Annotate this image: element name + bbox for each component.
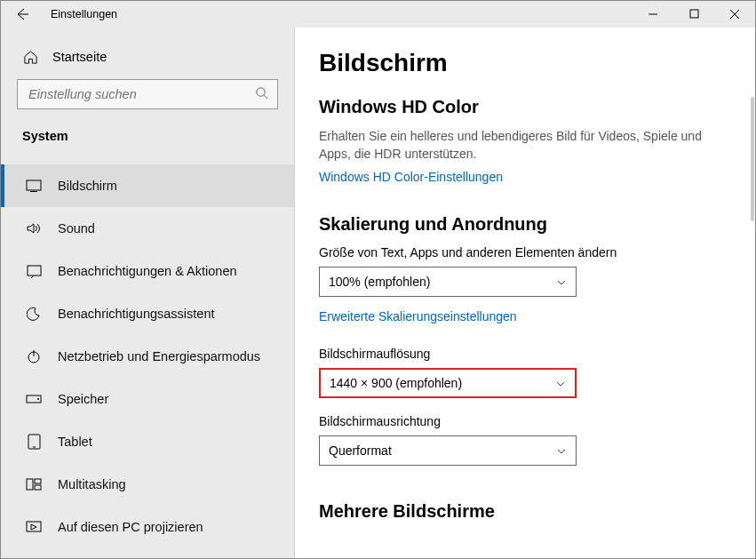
svg-rect-16 xyxy=(35,479,41,483)
maximize-button[interactable] xyxy=(673,1,714,28)
svg-point-12 xyxy=(37,398,39,400)
svg-rect-6 xyxy=(27,180,41,190)
sidebar-category: System xyxy=(1,129,294,148)
resolution-dropdown[interactable]: 1440 × 900 (empfohlen) xyxy=(319,368,577,398)
minimize-button[interactable] xyxy=(633,1,673,28)
page-title: Bildschirm xyxy=(319,49,730,77)
svg-point-4 xyxy=(257,88,265,96)
sidebar-item-power[interactable]: Netzbetrieb und Energiesparmodus xyxy=(1,335,294,378)
sidebar-item-label: Speicher xyxy=(58,392,108,406)
section-multi: Mehrere Bildschirme xyxy=(319,501,730,522)
orientation-value: Querformat xyxy=(329,443,392,458)
section-scaling: Skalierung und Anordnung xyxy=(319,214,730,235)
sidebar-item-label: Tablet xyxy=(58,435,92,449)
display-icon xyxy=(26,178,42,194)
sidebar-item-notifications[interactable]: Benachrichtigungen & Aktionen xyxy=(1,250,294,292)
resolution-value: 1440 × 900 (empfohlen) xyxy=(330,376,462,390)
svg-rect-1 xyxy=(690,10,698,18)
advanced-scaling-link[interactable]: Erweiterte Skalierungseinstellungen xyxy=(319,309,517,323)
sound-icon xyxy=(26,220,42,236)
back-button[interactable] xyxy=(8,1,36,28)
chevron-down-icon xyxy=(555,378,566,388)
svg-rect-15 xyxy=(27,479,33,490)
svg-line-5 xyxy=(264,95,267,99)
scale-size-value: 100% (empfohlen) xyxy=(329,275,430,289)
hdcolor-link[interactable]: Windows HD Color-Einstellungen xyxy=(319,170,503,184)
orientation-label: Bildschirmausrichtung xyxy=(319,414,730,428)
moon-icon xyxy=(26,306,42,322)
title-bar: Einstellungen xyxy=(1,1,755,28)
window-title: Einstellungen xyxy=(51,8,117,20)
sidebar-item-label: Sound xyxy=(58,221,95,236)
hdcolor-body: Erhalten Sie ein helleres und lebendiger… xyxy=(319,128,728,163)
sidebar: Startseite System Bildschirm Sound Benac… xyxy=(1,28,294,558)
sidebar-home-label: Startseite xyxy=(52,50,107,64)
resolution-label: Bildschirmauflösung xyxy=(319,347,730,361)
chevron-down-icon xyxy=(556,276,567,287)
svg-rect-17 xyxy=(35,485,41,490)
sidebar-item-label: Auf diesen PC projizieren xyxy=(58,520,203,534)
search-input-field[interactable] xyxy=(27,86,255,102)
svg-rect-18 xyxy=(27,522,41,531)
orientation-dropdown[interactable]: Querformat xyxy=(319,435,577,466)
sidebar-item-label: Bildschirm xyxy=(58,179,117,193)
scrollbar-thumb[interactable] xyxy=(751,97,754,221)
scale-size-label: Größe von Text, Apps und anderen Element… xyxy=(319,245,730,260)
storage-icon xyxy=(26,391,42,407)
scale-size-dropdown[interactable]: 100% (empfohlen) xyxy=(319,267,577,297)
sidebar-item-label: Benachrichtigungsassistent xyxy=(58,307,215,321)
sidebar-item-tablet[interactable]: Tablet xyxy=(1,420,294,463)
search-icon xyxy=(255,86,268,102)
search-input[interactable] xyxy=(17,79,278,109)
sidebar-item-multitasking[interactable]: Multitasking xyxy=(1,463,294,506)
sidebar-item-label: Benachrichtigungen & Aktionen xyxy=(58,264,237,278)
close-button[interactable] xyxy=(714,1,755,28)
tablet-icon xyxy=(26,434,42,450)
sidebar-item-storage[interactable]: Speicher xyxy=(1,378,294,420)
sidebar-item-focus-assist[interactable]: Benachrichtigungsassistent xyxy=(1,292,294,335)
home-icon xyxy=(22,49,38,65)
multitasking-icon xyxy=(26,476,42,492)
sidebar-item-sound[interactable]: Sound xyxy=(1,207,294,250)
chevron-down-icon xyxy=(556,445,567,456)
sidebar-item-project[interactable]: Auf diesen PC projizieren xyxy=(1,506,294,548)
notifications-icon xyxy=(26,263,42,279)
content-pane: Bildschirm Windows HD Color Erhalten Sie… xyxy=(294,28,755,558)
section-hdcolor: Windows HD Color xyxy=(319,97,730,117)
power-icon xyxy=(26,348,42,364)
sidebar-home[interactable]: Startseite xyxy=(1,44,294,79)
sidebar-item-label: Netzbetrieb und Energiesparmodus xyxy=(58,349,260,363)
svg-rect-8 xyxy=(28,266,41,276)
project-icon xyxy=(26,519,42,535)
sidebar-item-display[interactable]: Bildschirm xyxy=(1,164,294,207)
sidebar-item-label: Multitasking xyxy=(58,477,126,491)
